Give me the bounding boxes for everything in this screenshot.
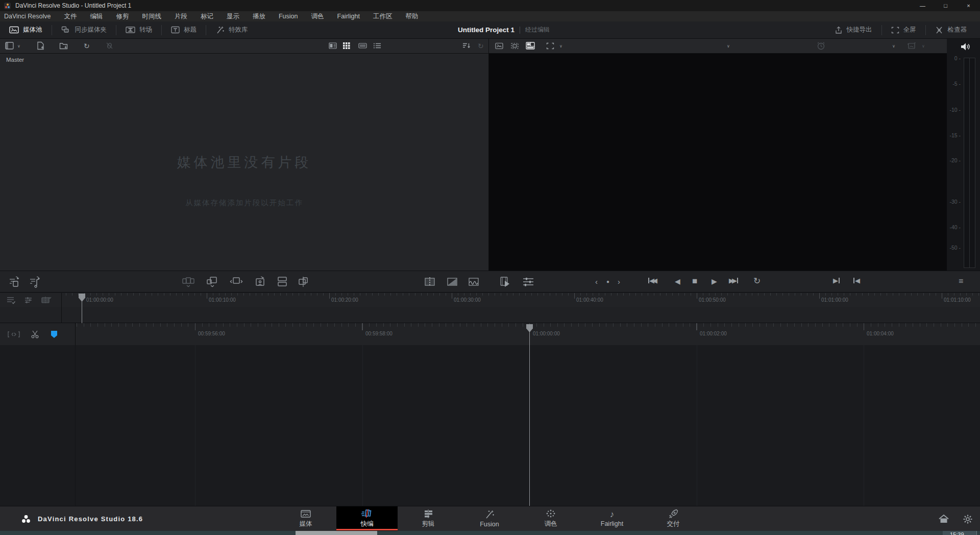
play-around-out-icon[interactable]: ▶ [833, 277, 840, 284]
sort-icon[interactable] [462, 42, 471, 49]
audio-meter-panel: 0 -5 -10 -15 -20 -30 -40 -50 [947, 39, 980, 271]
thumbnail-view-icon[interactable] [343, 42, 350, 49]
upper-ruler-scale[interactable]: 01:00:00:00 01:00:10:00 01:00:20:00 01:0… [62, 293, 980, 307]
speaker-icon[interactable] [960, 42, 970, 51]
menu-file[interactable]: 文件 [57, 11, 83, 21]
metadata-view-icon[interactable] [329, 42, 337, 49]
transitions-button[interactable]: 转场 [116, 21, 161, 38]
timeline-playback-icon[interactable] [499, 276, 512, 288]
trim-mode-icon[interactable] [424, 276, 436, 287]
tab-fusion[interactable]: Fusion [459, 506, 520, 531]
maximize-button[interactable]: □ [934, 0, 957, 11]
goto-start-button[interactable]: ◀◀ [648, 277, 657, 284]
menu-fusion[interactable]: Fusion [272, 11, 305, 21]
quick-export-button[interactable]: 快捷导出 [825, 21, 881, 38]
project-settings-gear-icon[interactable] [963, 514, 973, 524]
sync-shield-icon[interactable] [50, 330, 58, 339]
unlink-media-icon[interactable] [105, 42, 114, 50]
menu-fairlight[interactable]: Fairlight [331, 11, 366, 21]
menu-help[interactable]: 帮助 [399, 11, 425, 21]
inspector-button[interactable]: 检查器 [926, 21, 976, 38]
tab-edit[interactable]: 剪辑 [398, 506, 459, 531]
timeline-tracks[interactable] [0, 345, 980, 506]
grab-still-chevron-icon[interactable]: ∨ [922, 44, 925, 48]
import-media-icon[interactable] [37, 41, 44, 50]
jog-right-icon[interactable]: › [618, 278, 620, 285]
close-up-icon[interactable] [254, 276, 267, 288]
tab-color[interactable]: 调色 [520, 506, 581, 531]
effects-library-button[interactable]: 特效库 [206, 21, 257, 38]
project-manager-home-icon[interactable] [938, 514, 949, 524]
source-overwrite-icon[interactable] [297, 276, 310, 288]
media-pool-panel[interactable]: Master 媒体池里没有片段 从媒体存储添加片段以开始工作 [0, 54, 488, 271]
viewer-safe-area-icon[interactable] [546, 42, 554, 50]
tab-media[interactable]: 媒体 [275, 506, 336, 531]
viewer-multiview-icon[interactable] [526, 42, 535, 50]
menu-workspace[interactable]: 工作区 [366, 11, 399, 21]
refresh-icon[interactable]: ↻ [478, 42, 484, 50]
jog-left-icon[interactable]: ‹ [595, 278, 598, 285]
menu-playback[interactable]: 播放 [246, 11, 272, 21]
split-clip-scissors-icon[interactable] [31, 330, 40, 339]
timeline-options-menu-icon[interactable]: ≡ [959, 277, 963, 285]
timeline-overview-strip[interactable] [0, 307, 980, 323]
window-title: DaVinci Resolve Studio - Untitled Projec… [15, 2, 131, 9]
effects-library-label: 特效库 [229, 26, 248, 34]
clip-filter-icon[interactable] [41, 296, 52, 304]
media-pool-empty-subtitle: 从媒体存储添加片段以开始工作 [0, 198, 488, 208]
menu-view[interactable]: 显示 [220, 11, 246, 21]
tab-fairlight[interactable]: ♪ Fairlight [581, 506, 643, 531]
viewer-transform-icon[interactable] [510, 42, 519, 50]
viewer-options-chevron-icon[interactable]: ∨ [727, 44, 730, 48]
menu-timeline[interactable]: 时间线 [135, 11, 168, 21]
duration-clock-icon[interactable] [817, 42, 825, 50]
viewer-stills-icon[interactable] [495, 42, 503, 50]
import-folder-icon[interactable] [59, 42, 68, 50]
insert-video-icon[interactable] [8, 275, 21, 288]
proxy-chevron-icon[interactable]: ∨ [892, 44, 895, 48]
menu-mark[interactable]: 标记 [194, 11, 220, 21]
close-button[interactable]: × [957, 0, 980, 11]
goto-end-button[interactable]: ▶▶ [729, 277, 738, 284]
sync-bin-button[interactable]: 同步媒体夹 [52, 21, 116, 38]
menu-trim[interactable]: 修剪 [109, 11, 135, 21]
grab-still-icon[interactable] [908, 42, 916, 50]
tab-deliver[interactable]: 交付 [643, 506, 704, 531]
fullscreen-button[interactable]: 全屏 [882, 21, 925, 38]
stop-button[interactable]: ■ [692, 277, 697, 285]
minimize-button[interactable]: — [911, 0, 934, 11]
taskbar-window-segment[interactable] [296, 531, 377, 535]
timeline-view-options-icon[interactable] [6, 296, 16, 304]
menu-color[interactable]: 调色 [305, 11, 331, 21]
play-around-in-icon[interactable]: ◀ [853, 277, 860, 284]
ripple-overwrite-icon[interactable] [230, 276, 243, 288]
play-button[interactable]: ▶ [712, 278, 717, 285]
bin-list-toggle-icon[interactable] [5, 42, 14, 50]
relink-media-icon[interactable]: ↻ [84, 42, 90, 50]
jog-handle-icon[interactable]: ● [606, 279, 609, 284]
viewer-panel[interactable] [489, 54, 947, 271]
dissolve-icon[interactable] [446, 276, 458, 287]
strip-view-icon[interactable] [358, 42, 367, 49]
taskbar-clock[interactable]: 15:39 [943, 531, 976, 535]
menu-edit[interactable]: 编辑 [83, 11, 109, 21]
source-tape-icon[interactable] [7, 330, 20, 338]
os-taskbar-sliver[interactable]: 15:39 [0, 531, 980, 535]
smooth-cut-icon[interactable] [468, 276, 480, 287]
bin-list-chevron-icon[interactable]: ∨ [17, 44, 20, 48]
menu-clip[interactable]: 片段 [168, 11, 194, 21]
viewer-safe-area-chevron-icon[interactable]: ∨ [559, 44, 562, 48]
tab-cut[interactable]: 快编 [336, 506, 398, 531]
smart-insert-icon[interactable] [182, 276, 195, 288]
track-controls-icon[interactable] [23, 296, 34, 304]
menu-davinci-resolve[interactable]: DaVinci Resolve [3, 11, 57, 21]
media-pool-toggle-button[interactable]: 媒体池 [0, 21, 52, 38]
insert-audio-icon[interactable] [29, 275, 42, 288]
titles-button[interactable]: 标题 [162, 21, 206, 38]
step-back-button[interactable]: ◀ [675, 278, 680, 285]
list-view-icon[interactable] [374, 42, 381, 49]
tools-mixer-icon[interactable] [522, 276, 535, 287]
loop-button[interactable]: ↻ [753, 277, 761, 285]
place-on-top-icon[interactable] [276, 276, 288, 288]
append-icon[interactable] [206, 276, 219, 288]
